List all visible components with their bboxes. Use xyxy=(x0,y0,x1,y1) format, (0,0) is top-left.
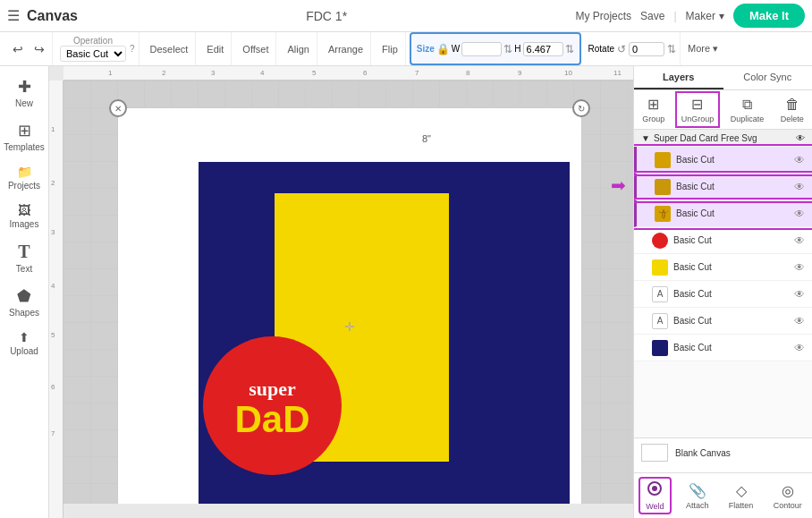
contour-button[interactable]: ◎ Contour xyxy=(768,480,808,512)
white-canvas: super DaD ✛ 8" 6.467" ✕ ↻ 🔒 ↗ xyxy=(117,107,582,504)
maker-arrow-icon: ▾ xyxy=(719,10,724,22)
panel-bottom: Blank Canvas xyxy=(634,437,812,472)
attach-button[interactable]: 📎 Attach xyxy=(681,480,715,512)
sidebar-item-images-label: Images xyxy=(10,219,39,229)
rotate-label: Rotate xyxy=(588,44,614,54)
layer-eye-6[interactable]: 👁 xyxy=(794,288,805,301)
ungroup-button[interactable]: ⊟ UnGroup xyxy=(678,94,718,125)
deselect-button[interactable]: Deselect xyxy=(147,42,192,56)
layer-item-1[interactable]: Basic Cut 👁 xyxy=(634,147,812,174)
upload-icon: ⬆ xyxy=(19,330,30,344)
images-icon: 🖼 xyxy=(18,203,30,217)
layer-eye-5[interactable]: 👁 xyxy=(794,261,805,274)
layer-eye-8[interactable]: 👁 xyxy=(794,342,805,354)
layer-item-5[interactable]: Basic Cut 👁 xyxy=(634,254,812,281)
layer-eye-1[interactable]: 👁 xyxy=(794,154,805,166)
layer-group-header[interactable]: ▼ Super Dad Card Free Svg 👁 xyxy=(634,130,812,147)
layer-item-3[interactable]: 🗡 Basic Cut 👁 xyxy=(634,200,812,227)
layer-eye-2[interactable]: 👁 xyxy=(794,181,805,193)
save-button[interactable]: Save xyxy=(640,10,664,22)
ruler-mark-4: 4 xyxy=(260,69,264,77)
layer-swatch-6: A xyxy=(652,286,668,302)
sidebar-item-templates[interactable]: ⊞ Templates xyxy=(0,115,48,157)
layers-list: ▼ Super Dad Card Free Svg 👁 Basic Cut 👁 … xyxy=(634,130,812,437)
rotate-up-down-icon: ⇅ xyxy=(667,43,676,55)
group-button[interactable]: ⊞ Group xyxy=(639,94,668,125)
layer-item-8[interactable]: Basic Cut 👁 xyxy=(634,335,812,361)
height-input[interactable] xyxy=(523,42,563,56)
shapes-icon: ⬟ xyxy=(17,286,31,306)
ruler-mark-10: 10 xyxy=(564,69,572,77)
edit-button[interactable]: Edit xyxy=(203,42,227,56)
canvas-area: 1 2 3 4 5 6 7 8 9 10 11 1 2 3 4 5 6 7 xyxy=(49,66,633,518)
panel-tabs: Layers Color Sync xyxy=(634,66,812,90)
duplicate-button[interactable]: ⧉ Duplicate xyxy=(727,95,768,125)
group-name-label: Super Dad Card Free Svg xyxy=(654,133,757,143)
layer-swatch-5 xyxy=(652,259,668,276)
weld-icon xyxy=(647,480,663,500)
app-title: Canvas xyxy=(27,8,78,24)
flatten-label: Flatten xyxy=(729,501,754,510)
layer-eye-4[interactable]: 👁 xyxy=(794,234,805,247)
more-button[interactable]: More ▾ xyxy=(688,43,718,55)
selection-handle-tr-rotate[interactable]: ↻ xyxy=(572,99,590,117)
flip-button[interactable]: Flip xyxy=(378,42,402,56)
layer-eye-3[interactable]: 👁 xyxy=(794,208,805,220)
ruler-mark-8: 8 xyxy=(466,69,469,77)
w-label: W xyxy=(452,44,460,54)
ruler-mark-7: 7 xyxy=(415,69,419,77)
tab-layers[interactable]: Layers xyxy=(634,66,723,89)
delete-button[interactable]: 🗑 Delete xyxy=(777,95,808,125)
maker-label: Maker xyxy=(686,10,715,22)
layer-item-2[interactable]: Basic Cut 👁 xyxy=(634,174,812,200)
layer-item-6[interactable]: A Basic Cut 👁 xyxy=(634,281,812,308)
delete-icon: 🗑 xyxy=(785,97,799,113)
layer-swatch-8 xyxy=(652,340,668,356)
sidebar-item-text[interactable]: T Text xyxy=(0,236,48,279)
contour-icon: ◎ xyxy=(782,482,794,499)
ruler-mark-5: 5 xyxy=(312,69,316,77)
sidebar-item-templates-label: Templates xyxy=(4,142,45,152)
maker-button[interactable]: Maker ▾ xyxy=(686,10,724,22)
ruler-vmark-1: 1 xyxy=(51,125,55,133)
sidebar-item-new[interactable]: ✚ New xyxy=(0,72,48,114)
sidebar-item-text-label: Text xyxy=(16,264,32,274)
dad-text: DaD xyxy=(234,401,309,438)
document-title: FDC 1* xyxy=(85,9,568,23)
operation-select[interactable]: Basic Cut xyxy=(60,46,126,62)
layer-item-4[interactable]: Basic Cut 👁 xyxy=(634,227,812,254)
align-button[interactable]: Align xyxy=(283,42,312,56)
ruler-vmark-2: 2 xyxy=(51,179,55,187)
size-lock-icon[interactable]: 🔒 xyxy=(436,43,450,55)
group-eye-icon[interactable]: 👁 xyxy=(796,133,805,143)
layer-swatch-3: 🗡 xyxy=(655,206,671,222)
sidebar-item-upload[interactable]: ⬆ Upload xyxy=(0,325,48,361)
rotate-input[interactable] xyxy=(629,42,664,56)
red-circle: super DaD xyxy=(203,336,342,475)
selection-handle-tl[interactable]: ✕ xyxy=(109,99,127,117)
ruler-mark-3: 3 xyxy=(211,69,215,77)
sidebar-item-projects[interactable]: 📁 Projects xyxy=(0,159,48,196)
tab-color-sync[interactable]: Color Sync xyxy=(723,66,813,89)
flatten-button[interactable]: ◇ Flatten xyxy=(723,480,759,512)
make-it-button[interactable]: Make It xyxy=(733,4,805,28)
my-projects-button[interactable]: My Projects xyxy=(575,10,631,22)
layer-item-7[interactable]: A Basic Cut 👁 xyxy=(634,308,812,335)
offset-button[interactable]: Offset xyxy=(239,42,272,56)
sidebar-item-new-label: New xyxy=(15,98,33,108)
layer-eye-7[interactable]: 👁 xyxy=(794,315,805,327)
redo-button[interactable]: ↪ xyxy=(30,40,48,58)
attach-label: Attach xyxy=(686,501,709,510)
ruler-horizontal: 1 2 3 4 5 6 7 8 9 10 11 xyxy=(63,66,633,81)
ungroup-label: UnGroup xyxy=(681,115,715,123)
ruler-vertical: 1 2 3 4 5 6 7 xyxy=(49,81,63,518)
width-input[interactable] xyxy=(461,42,502,56)
sidebar-item-images[interactable]: 🖼 Images xyxy=(0,198,48,234)
sidebar-item-shapes[interactable]: ⬟ Shapes xyxy=(0,281,48,323)
ungroup-icon: ⊟ xyxy=(691,96,703,113)
arrange-button[interactable]: Arrange xyxy=(325,42,367,56)
hamburger-menu-icon[interactable]: ☰ xyxy=(7,7,20,24)
undo-button[interactable]: ↩ xyxy=(9,40,27,58)
weld-button[interactable]: Weld xyxy=(639,477,671,514)
canvas-width-label: 8" xyxy=(422,133,431,144)
